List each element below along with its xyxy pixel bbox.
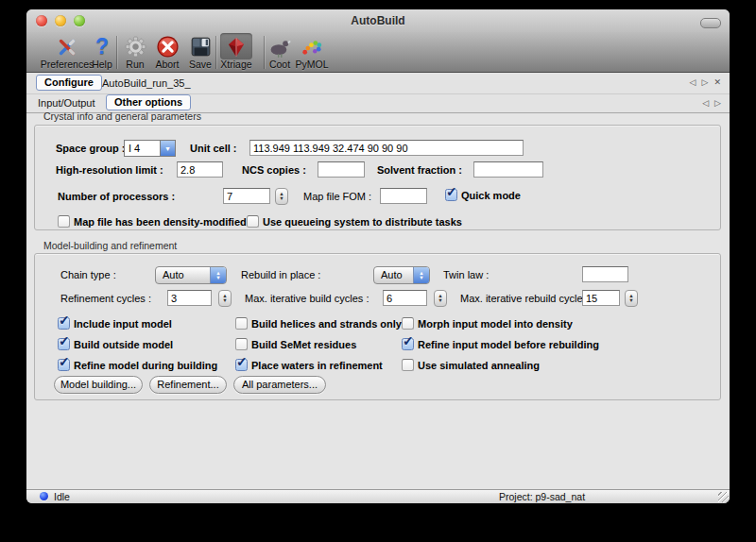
- checkbox-label: Place waters in refinement: [251, 358, 383, 373]
- checkbox-place-waters[interactable]: ✓ Place waters in refinement: [235, 358, 405, 373]
- high-res-field[interactable]: [177, 161, 223, 178]
- checkbox-label: Build outside model: [74, 337, 173, 352]
- checkbox-queueing-system[interactable]: Use queueing system to distribute tasks: [247, 214, 455, 229]
- checkbox-label: Include input model: [74, 316, 172, 331]
- resize-grip[interactable]: [718, 492, 729, 502]
- rebuild-in-place-popup[interactable]: Auto ▲▼: [373, 266, 430, 284]
- map-fom-field[interactable]: [380, 188, 427, 204]
- twin-law-field[interactable]: [582, 266, 628, 282]
- xtriage-crystal-icon: [220, 33, 252, 59]
- checkbox-label: Refine model during building: [74, 358, 217, 373]
- popup-arrows-icon: ▲▼: [413, 267, 429, 283]
- refinement-cycles-label: Refinement cycles :: [60, 290, 151, 307]
- tab-input-output[interactable]: Input/Output: [38, 97, 95, 109]
- checkbox-morph-input-model[interactable]: Morph input model into density: [402, 316, 581, 331]
- crystal-group-title: Crystal info and general parameters: [43, 110, 201, 122]
- space-group-combobox[interactable]: I 4 ▼: [124, 140, 176, 157]
- tab-autobuild-run[interactable]: AutoBuild_run_35_: [102, 77, 191, 89]
- checkbox-label: Use simulated annealing: [418, 358, 540, 373]
- max-rebuild-cycles-label: Max. iterative rebuild cycles :: [460, 290, 593, 307]
- checkbox-icon: ✓: [445, 189, 457, 201]
- popup-arrows-icon: ▲▼: [210, 267, 226, 283]
- checkbox-icon: [235, 317, 248, 330]
- rebuild-in-place-label: Rebuild in place :: [241, 266, 320, 283]
- checkbox-icon: ✓: [58, 317, 70, 330]
- ncs-copies-label: NCS copies :: [242, 161, 306, 178]
- checkbox-density-modified[interactable]: Map file has been density-modified: [58, 214, 237, 229]
- nproc-stepper[interactable]: ▲▼: [275, 188, 288, 205]
- status-bar: Idle Project: p9-sad_nat: [26, 489, 730, 503]
- space-group-value: I 4: [125, 141, 160, 156]
- chain-type-popup[interactable]: Auto ▲▼: [155, 266, 227, 284]
- model-group-title: Model-building and refinement: [43, 240, 177, 251]
- all-parameters-button[interactable]: All parameters...: [233, 376, 326, 394]
- pymol-rainbow-icon: [296, 33, 328, 59]
- nproc-field[interactable]: [223, 188, 270, 204]
- status-text: Idle: [54, 490, 70, 503]
- checkbox-label: Refine input model before rebuilding: [418, 337, 599, 352]
- rebuild-in-place-value: Auto: [374, 267, 413, 283]
- max-build-cycles-stepper[interactable]: ▲▼: [434, 290, 447, 307]
- map-fom-label: Map file FOM :: [303, 188, 371, 205]
- tab-forward-icon[interactable]: ▷: [714, 97, 721, 109]
- dropdown-arrow-icon[interactable]: ▼: [160, 141, 175, 156]
- toolbar-label: PyMOL: [282, 59, 342, 70]
- chain-type-label: Chain type :: [60, 266, 116, 283]
- checkbox-icon: [58, 215, 70, 228]
- tab-forward-icon[interactable]: ▷: [702, 76, 709, 88]
- zoom-window-button[interactable]: [74, 15, 85, 26]
- max-rebuild-cycles-stepper[interactable]: ▲▼: [625, 290, 638, 307]
- checkbox-include-input-model[interactable]: ✓ Include input model: [58, 316, 209, 331]
- checkbox-label: Map file has been density-modified: [74, 214, 247, 229]
- solvent-fraction-label: Solvent fraction :: [377, 161, 462, 178]
- checkbox-refine-during-building[interactable]: ✓ Refine model during building: [58, 358, 228, 373]
- tab-nav-controls: ◁ ▷ ✕: [690, 76, 721, 88]
- unit-cell-label: Unit cell :: [190, 140, 237, 157]
- chain-type-value: Auto: [156, 267, 210, 283]
- tab-back-icon[interactable]: ◁: [690, 76, 696, 88]
- checkbox-label: Use queueing system to distribute tasks: [263, 214, 462, 229]
- max-rebuild-cycles-field[interactable]: [582, 290, 620, 306]
- tab-back-icon[interactable]: ◁: [702, 97, 709, 109]
- checkbox-build-outside-model[interactable]: ✓ Build outside model: [58, 337, 209, 352]
- checkbox-quick-mode[interactable]: ✓ Quick mode: [445, 188, 558, 203]
- checkbox-build-semet-residues[interactable]: Build SeMet residues: [235, 337, 396, 352]
- checkbox-icon: ✓: [58, 359, 70, 371]
- window-title: AutoBuild: [26, 9, 730, 32]
- refinement-cycles-field[interactable]: [167, 290, 212, 306]
- checkbox-label: Morph input model into density: [418, 316, 573, 331]
- status-led-icon: [40, 492, 48, 500]
- tab-other-options[interactable]: Other options: [106, 94, 191, 110]
- close-window-button[interactable]: [36, 15, 47, 26]
- checkbox-label: Quick mode: [461, 188, 521, 203]
- solvent-fraction-field[interactable]: [473, 161, 543, 178]
- refinement-button[interactable]: Refinement...: [149, 376, 227, 394]
- toolbar: Preferences ? Help Run: [26, 32, 730, 73]
- crystal-group-box: Space group : I 4 ▼ Unit cell : High-res…: [34, 125, 721, 230]
- checkbox-icon: [247, 215, 259, 228]
- options-panel: Crystal info and general parameters Spac…: [26, 113, 730, 490]
- tab-configure[interactable]: Configure: [36, 75, 102, 91]
- space-group-label: Space group :: [56, 140, 125, 157]
- checkbox-label: Build SeMet residues: [251, 337, 356, 352]
- title-bar[interactable]: AutoBuild: [26, 9, 730, 32]
- checkbox-build-helices-strands[interactable]: Build helices and strands only: [235, 316, 396, 331]
- toolbar-toggle-button[interactable]: [700, 18, 721, 28]
- checkbox-icon: [235, 338, 248, 350]
- ncs-copies-field[interactable]: [318, 161, 365, 178]
- nproc-label: Number of processors :: [58, 188, 175, 205]
- refinement-cycles-stepper[interactable]: ▲▼: [218, 290, 232, 307]
- sub-tab-nav-controls: ◁ ▷: [702, 97, 721, 109]
- checkbox-icon: [402, 317, 414, 330]
- model-group-box: Chain type : Auto ▲▼ Rebuild in place : …: [34, 253, 721, 400]
- checkbox-simulated-annealing[interactable]: Use simulated annealing: [402, 358, 562, 373]
- high-res-label: High-resolution limit :: [56, 161, 163, 178]
- toolbar-button-pymol[interactable]: PyMOL: [282, 33, 342, 70]
- unit-cell-field[interactable]: [249, 140, 524, 156]
- checkbox-refine-before-rebuilding[interactable]: ✓ Refine input model before rebuilding: [402, 337, 600, 352]
- tab-close-icon[interactable]: ✕: [713, 76, 721, 88]
- max-build-cycles-field[interactable]: [383, 290, 427, 306]
- minimize-window-button[interactable]: [55, 15, 66, 26]
- model-building-button[interactable]: Model building...: [54, 376, 143, 394]
- notebook-tab-bar: Configure AutoBuild_run_35_ ◁ ▷ ✕: [26, 73, 730, 94]
